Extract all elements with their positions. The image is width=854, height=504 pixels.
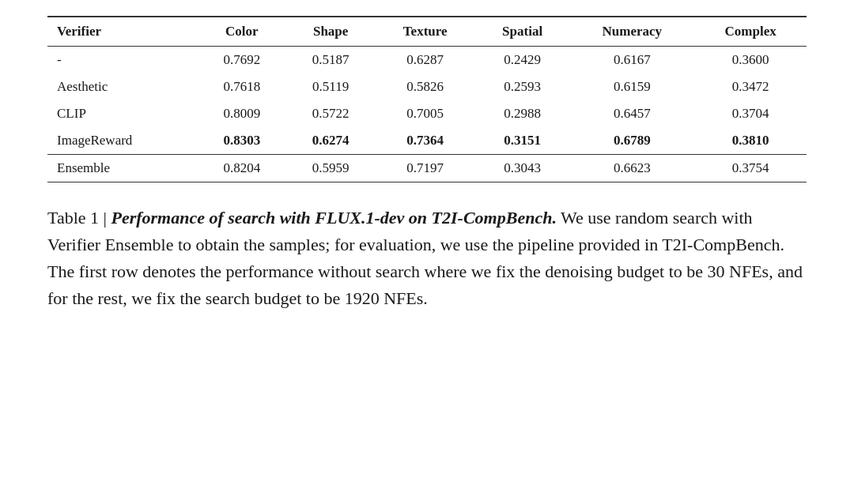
cell-verifier: Aesthetic bbox=[47, 73, 198, 100]
cell-complex: 0.3472 bbox=[694, 73, 807, 100]
cell-color: 0.7692 bbox=[198, 47, 286, 74]
cell-color: 0.8303 bbox=[198, 127, 286, 155]
col-header-numeracy: Numeracy bbox=[569, 17, 694, 47]
table-row: ImageReward0.83030.62740.73640.31510.678… bbox=[47, 127, 807, 155]
cell-numeracy: 0.6159 bbox=[569, 73, 694, 100]
col-header-texture: Texture bbox=[375, 17, 475, 47]
cell-complex: 0.3600 bbox=[694, 47, 807, 74]
cell-spatial: 0.2429 bbox=[475, 47, 569, 74]
cell-verifier: Ensemble bbox=[47, 155, 198, 182]
cell-texture: 0.7364 bbox=[375, 127, 475, 155]
table-row: -0.76920.51870.62870.24290.61670.3600 bbox=[47, 47, 807, 74]
cell-shape: 0.5119 bbox=[286, 73, 375, 100]
cell-spatial: 0.2593 bbox=[475, 73, 569, 100]
table-header-row: Verifier Color Shape Texture Spatial Num… bbox=[47, 17, 807, 47]
cell-spatial: 0.2988 bbox=[475, 100, 569, 127]
table-row: Aesthetic0.76180.51190.58260.25930.61590… bbox=[47, 73, 807, 100]
cell-shape: 0.6274 bbox=[286, 127, 375, 155]
data-table: Verifier Color Shape Texture Spatial Num… bbox=[47, 16, 807, 182]
cell-numeracy: 0.6789 bbox=[569, 127, 694, 155]
cell-numeracy: 0.6167 bbox=[569, 47, 694, 74]
col-header-color: Color bbox=[198, 17, 286, 47]
cell-verifier: CLIP bbox=[47, 100, 198, 127]
cell-color: 0.8204 bbox=[198, 155, 286, 182]
cell-texture: 0.7005 bbox=[375, 100, 475, 127]
cell-numeracy: 0.6457 bbox=[569, 100, 694, 127]
table-caption: Table 1 | Performance of search with FLU… bbox=[47, 205, 807, 312]
cell-color: 0.8009 bbox=[198, 100, 286, 127]
col-header-complex: Complex bbox=[694, 17, 807, 47]
col-header-verifier: Verifier bbox=[47, 17, 198, 47]
table-row: Ensemble0.82040.59590.71970.30430.66230.… bbox=[47, 155, 807, 182]
cell-complex: 0.3810 bbox=[694, 127, 807, 155]
cell-color: 0.7618 bbox=[198, 73, 286, 100]
cell-verifier: ImageReward bbox=[47, 127, 198, 155]
cell-verifier: - bbox=[47, 47, 198, 74]
cell-spatial: 0.3151 bbox=[475, 127, 569, 155]
cell-complex: 0.3754 bbox=[694, 155, 807, 182]
cell-texture: 0.6287 bbox=[375, 47, 475, 74]
cell-shape: 0.5187 bbox=[286, 47, 375, 74]
caption-title: Performance of search with FLUX.1-dev on… bbox=[111, 208, 556, 228]
cell-shape: 0.5722 bbox=[286, 100, 375, 127]
caption-label: Table 1 | bbox=[47, 208, 111, 228]
cell-numeracy: 0.6623 bbox=[569, 155, 694, 182]
col-header-spatial: Spatial bbox=[475, 17, 569, 47]
cell-complex: 0.3704 bbox=[694, 100, 807, 127]
cell-texture: 0.5826 bbox=[375, 73, 475, 100]
cell-shape: 0.5959 bbox=[286, 155, 375, 182]
cell-texture: 0.7197 bbox=[375, 155, 475, 182]
table-row: CLIP0.80090.57220.70050.29880.64570.3704 bbox=[47, 100, 807, 127]
cell-spatial: 0.3043 bbox=[475, 155, 569, 182]
col-header-shape: Shape bbox=[286, 17, 375, 47]
